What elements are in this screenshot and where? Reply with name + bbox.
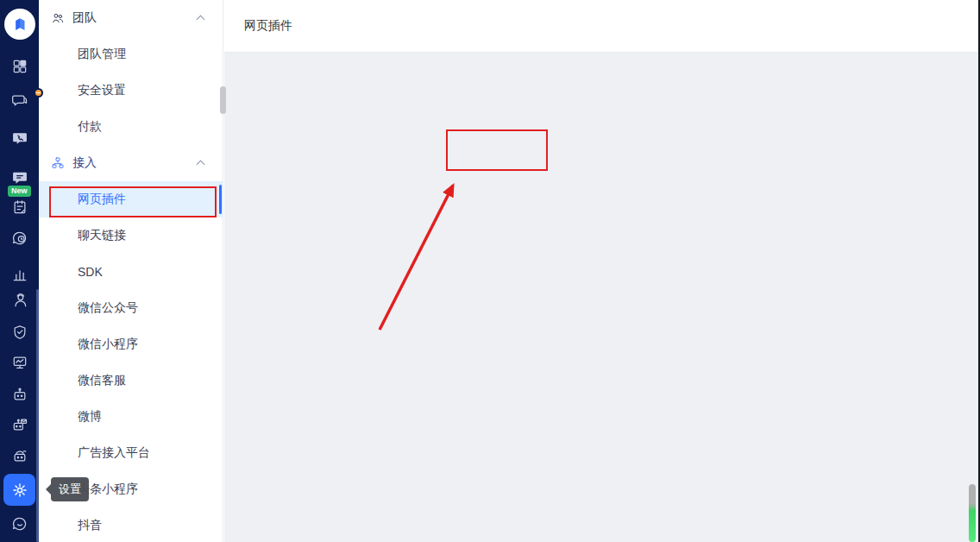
security-shield-icon[interactable] [0, 324, 39, 341]
gear-icon [3, 474, 35, 506]
robot-mail-icon[interactable] [0, 416, 39, 433]
active-indicator [219, 185, 222, 214]
sidebar-group-channels[interactable]: 接入 [39, 145, 223, 181]
icon-rail: New [0, 0, 39, 542]
page-scrollbar-thumb[interactable] [969, 484, 976, 542]
rail-scrollbar[interactable] [36, 289, 39, 542]
sidebar-item-chat-link[interactable]: 聊天链接 [39, 217, 223, 254]
page-title: 网页插件 [244, 18, 292, 34]
phone-icon[interactable] [0, 129, 39, 147]
analytics-icon[interactable] [0, 266, 39, 283]
settings-sidebar: 团队 团队管理 安全设置 付款 接入 网页插件 聊天链接 SDK 微信公众号 微… [39, 0, 223, 542]
robot-icon[interactable] [0, 386, 39, 403]
sidebar-item-sdk[interactable]: SDK [39, 254, 223, 290]
sidebar-item-team-management[interactable]: 团队管理 [39, 36, 223, 72]
feedback-icon[interactable] [0, 515, 39, 533]
logo-icon [10, 15, 29, 34]
new-badge: New [8, 186, 31, 197]
main-content [224, 53, 980, 542]
sidebar-item-ad-platform[interactable]: 广告接入平台 [39, 435, 223, 471]
team-icon [50, 11, 65, 26]
sidebar-group-team[interactable]: 团队 [39, 0, 223, 36]
monitor-icon[interactable] [0, 354, 39, 371]
sidebar-scrollbar[interactable] [220, 86, 226, 114]
sidebar-item-label: 网页插件 [78, 192, 126, 207]
chevron-up-icon [197, 16, 205, 24]
sidebar-item-security-settings[interactable]: 安全设置 [39, 72, 223, 109]
tasks-icon[interactable] [0, 199, 39, 216]
chat-history-icon[interactable] [0, 230, 39, 247]
sidebar-item-wechat-official[interactable]: 微信公众号 [39, 290, 223, 326]
dashboard-icon[interactable] [0, 58, 39, 75]
sidebar-item-payment[interactable]: 付款 [39, 109, 223, 145]
sidebar-item-web-plugin[interactable]: 网页插件 [39, 181, 223, 217]
sidebar-item-douyin[interactable]: 抖音 [39, 507, 223, 542]
settings-gear-button[interactable] [0, 474, 39, 506]
sidebar-item-wechat-miniprogram[interactable]: 微信小程序 [39, 326, 223, 362]
message-icon[interactable] [0, 169, 39, 186]
logo-circle [4, 9, 35, 40]
sidebar-item-wechat-service[interactable]: 微信客服 [39, 362, 223, 399]
sidebar-group-label: 接入 [72, 155, 97, 171]
sidebar-group-label: 团队 [72, 10, 97, 26]
channels-icon [50, 156, 65, 171]
page-header: 网页插件 [224, 0, 980, 53]
settings-tooltip: 设置 [51, 477, 89, 501]
notification-badge [34, 88, 43, 98]
chat-badge-icon[interactable] [0, 91, 39, 112]
sidebar-item-weibo[interactable]: 微博 [39, 399, 223, 435]
agent-icon[interactable] [0, 292, 39, 309]
robot-hat-icon[interactable] [0, 447, 39, 464]
app-logo[interactable] [0, 9, 39, 40]
chevron-up-icon [197, 161, 205, 169]
